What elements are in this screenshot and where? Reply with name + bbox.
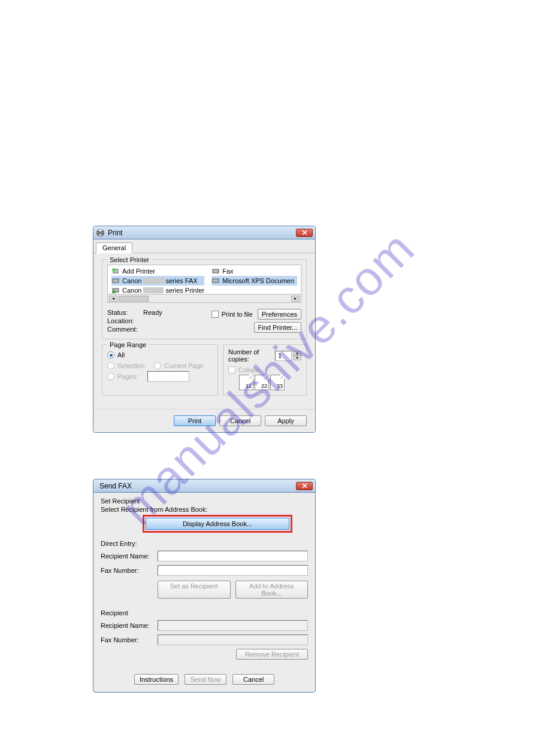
- spin-down-icon[interactable]: ▼: [293, 356, 301, 360]
- recipient-name-input[interactable]: [158, 551, 308, 561]
- recipient-name-readonly: [158, 620, 308, 631]
- printer-item-xps[interactable]: Microsoft XPS Documen: [211, 276, 297, 286]
- spin-up-icon[interactable]: ▲: [293, 351, 301, 356]
- print-button[interactable]: Print: [174, 415, 216, 426]
- page-range-label: Page Range: [107, 341, 149, 348]
- recipient-name-label: Recipient Name:: [101, 552, 158, 560]
- fax-footer: Instructions Send Now Cancel: [93, 667, 315, 692]
- radio-icon: [107, 351, 114, 359]
- copies-spinner[interactable]: 1 ▲ ▼: [275, 351, 301, 361]
- page-icon: 11: [239, 375, 253, 390]
- recipient-name-label-ro: Recipient Name:: [101, 622, 158, 629]
- select-printer-label: Select Printer: [107, 256, 152, 263]
- fax-title: Send FAX: [96, 482, 296, 490]
- printer-icon: [211, 277, 220, 284]
- radio-label: Pages:: [117, 373, 147, 380]
- collate-preview: 11 22 33: [239, 375, 301, 390]
- scroll-thumb[interactable]: [119, 296, 149, 302]
- radio-icon: [154, 362, 161, 369]
- printer-item-fax[interactable]: Fax: [211, 266, 297, 276]
- radio-icon: [107, 362, 114, 369]
- fax-titlebar: Send FAX: [93, 479, 315, 493]
- tab-general[interactable]: General: [96, 242, 132, 253]
- fax-icon: [211, 268, 220, 275]
- set-as-recipient-button[interactable]: Set as Recipient: [158, 581, 231, 599]
- remove-recipient-button[interactable]: Remove Recipient: [236, 649, 308, 660]
- svg-point-4: [112, 268, 116, 272]
- send-now-button[interactable]: Send Now: [185, 674, 226, 685]
- printer-default-icon: [111, 287, 120, 294]
- print-titlebar: Print: [93, 226, 315, 239]
- svg-rect-8: [213, 269, 219, 273]
- send-fax-dialog: Send FAX Set Recipient Select Recipient …: [93, 479, 316, 693]
- radio-icon: [107, 373, 114, 380]
- svg-rect-2: [98, 234, 102, 236]
- printer-label: series FAX: [165, 277, 197, 284]
- radio-current-page: Current Page: [154, 360, 203, 371]
- add-to-address-book-button[interactable]: Add to Address Book...: [235, 581, 309, 599]
- comment-key: Comment:: [107, 326, 143, 334]
- close-button[interactable]: [296, 482, 313, 490]
- print-to-file-label: Print to file: [222, 311, 253, 318]
- radio-label: All: [117, 351, 125, 359]
- select-printer-fieldset: Select Printer Add Printer Canonseries F…: [102, 259, 307, 339]
- printer-label: series Printer: [165, 287, 204, 294]
- collate-label: Collate: [238, 366, 259, 374]
- copies-value[interactable]: 1: [275, 351, 292, 361]
- find-printer-button[interactable]: Find Printer...: [254, 322, 301, 333]
- printer-icon: [111, 277, 120, 284]
- set-recipient-title: Set Recipient: [101, 497, 308, 505]
- copies-label: Number of copies:: [228, 348, 271, 363]
- printer-item-add[interactable]: Add Printer: [111, 266, 204, 276]
- print-tabs: General: [93, 239, 315, 253]
- add-printer-icon: [111, 268, 120, 275]
- pages-input[interactable]: [147, 371, 189, 382]
- printer-item-canon-fax[interactable]: Canonseries FAX: [111, 276, 204, 286]
- apply-button[interactable]: Apply: [265, 415, 307, 426]
- scroll-left-icon[interactable]: ◂: [109, 296, 117, 302]
- select-from-book-label: Select Recipient from Address Book:: [101, 506, 308, 513]
- instructions-button[interactable]: Instructions: [134, 674, 179, 685]
- svg-rect-5: [113, 279, 119, 283]
- printer-item-canon-printer[interactable]: Canonseries Printer: [111, 286, 204, 294]
- printer-label: Add Printer: [122, 268, 155, 275]
- radio-selection: Selection: [107, 360, 144, 371]
- highlight-box: Display Address Book...: [143, 515, 292, 533]
- printer-label: Canon: [122, 277, 141, 284]
- fax-number-readonly: [158, 634, 308, 645]
- scroll-right-icon[interactable]: ▸: [291, 296, 300, 302]
- radio-label: Current Page: [164, 362, 203, 369]
- print-title: Print: [108, 229, 296, 237]
- fax-number-input[interactable]: [158, 565, 308, 576]
- checkbox-icon: [228, 366, 235, 374]
- display-address-book-button[interactable]: Display Address Book...: [146, 518, 289, 530]
- print-dialog: Print General Select Printer Add Printer: [93, 226, 316, 433]
- printer-list-scrollbar[interactable]: ◂ ▸: [107, 294, 301, 303]
- printer-label: Microsoft XPS Documen: [222, 277, 294, 284]
- blurred-text: [143, 278, 164, 284]
- cancel-button[interactable]: Cancel: [219, 415, 261, 426]
- status-value: Ready: [143, 309, 162, 317]
- print-to-file-checkbox[interactable]: Print to file: [211, 311, 253, 318]
- checkbox-icon: [211, 311, 219, 318]
- page-icon: 22: [255, 375, 269, 390]
- copies-fieldset: Number of copies: 1 ▲ ▼ Collate: [223, 344, 307, 396]
- cancel-button[interactable]: Cancel: [232, 674, 274, 685]
- printer-list[interactable]: Add Printer Canonseries FAX Canonseries …: [107, 265, 301, 294]
- close-button[interactable]: [296, 229, 313, 237]
- print-footer: Print Cancel Apply: [93, 409, 315, 432]
- fax-number-label-ro: Fax Number:: [101, 636, 158, 643]
- blurred-text: [143, 287, 164, 293]
- radio-pages: Pages:: [107, 371, 213, 382]
- radio-all[interactable]: All: [107, 350, 213, 360]
- direct-entry-label: Direct Entry:: [101, 540, 308, 547]
- radio-label: Selection: [117, 362, 144, 369]
- svg-rect-1: [98, 229, 102, 232]
- status-key: Status:: [107, 309, 143, 317]
- location-key: Location:: [107, 317, 143, 326]
- collate-checkbox: Collate: [228, 366, 301, 374]
- page-icon: 33: [270, 375, 285, 390]
- printer-label: Canon: [122, 287, 141, 294]
- preferences-button[interactable]: Preferences: [258, 309, 301, 320]
- fax-number-label: Fax Number:: [101, 567, 158, 574]
